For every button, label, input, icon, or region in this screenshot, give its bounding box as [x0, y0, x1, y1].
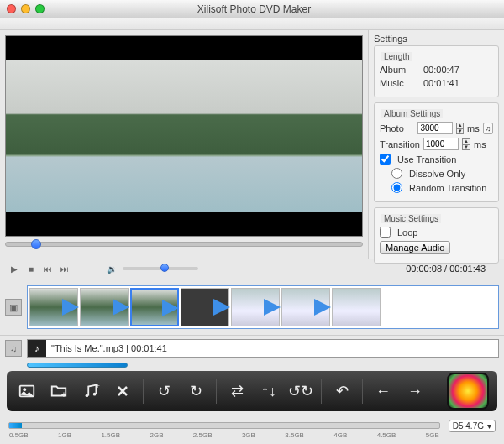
- burn-button[interactable]: [447, 373, 489, 410]
- disc-type-label: D5 4.7G: [453, 421, 484, 431]
- transition-icon: [62, 299, 79, 316]
- music-length-value: 00:01:41: [423, 78, 459, 88]
- photo-unit: ms: [467, 123, 480, 133]
- transition-icon: [264, 299, 281, 316]
- dissolve-only-label: Dissolve Only: [409, 169, 465, 179]
- shuffle-button[interactable]: ⇄: [225, 379, 249, 403]
- length-group-title: Length: [381, 52, 412, 61]
- next-button[interactable]: ⏭: [59, 263, 71, 274]
- settings-heading: Settings: [374, 34, 499, 44]
- photos-tab-icon[interactable]: ▣: [5, 299, 22, 316]
- back-button[interactable]: ←: [371, 379, 395, 403]
- transition-duration-input[interactable]: [423, 138, 459, 150]
- svg-point-4: [93, 393, 97, 396]
- album-length-label: Album: [380, 65, 420, 75]
- photo-duration-input[interactable]: [417, 122, 453, 134]
- preview-image: [6, 60, 362, 212]
- random-transition-label: Random Transition: [409, 183, 486, 193]
- album-length-value: 00:00:47: [423, 65, 459, 75]
- window-title: Xilisoft Photo DVD Maker: [45, 3, 464, 15]
- sync-button[interactable]: ↺↻: [289, 379, 312, 403]
- svg-text:+: +: [61, 389, 66, 400]
- thumb-6[interactable]: [281, 288, 330, 326]
- menubar: [0, 18, 504, 30]
- loop-checkbox[interactable]: [380, 227, 391, 238]
- svg-point-3: [86, 394, 89, 398]
- album-settings-title: Album Settings: [381, 109, 443, 118]
- music-note-icon[interactable]: ♫: [483, 123, 493, 134]
- disc-type-select[interactable]: D5 4.7G ▾: [449, 420, 496, 432]
- undo-button[interactable]: ↶: [330, 379, 354, 403]
- manage-audio-button[interactable]: Manage Audio: [380, 241, 450, 254]
- sort-button[interactable]: ↑↓: [257, 379, 281, 403]
- photo-duration-label: Photo: [380, 123, 414, 133]
- music-length-label: Music: [380, 78, 420, 88]
- play-button[interactable]: ▶: [8, 263, 20, 274]
- audio-file-icon: ♪: [28, 340, 46, 357]
- transition-duration-label: Transition: [380, 139, 420, 149]
- thumb-1[interactable]: [29, 288, 78, 326]
- settings-panel: Settings Length Album 00:00:47 Music 00:…: [368, 30, 504, 259]
- photo-stepper[interactable]: ▲▼: [456, 123, 464, 134]
- maximize-icon[interactable]: [35, 4, 45, 13]
- minimize-icon[interactable]: [21, 4, 30, 13]
- thumb-2[interactable]: [80, 288, 129, 326]
- audio-clip-label: "This Is Me.".mp3 | 00:01:41: [51, 343, 167, 353]
- delete-button[interactable]: [111, 379, 134, 403]
- svg-point-1: [23, 388, 26, 391]
- thumb-3[interactable]: [130, 288, 179, 326]
- svg-text:+: +: [96, 382, 100, 390]
- transition-icon: [213, 299, 230, 316]
- thumbnail-strip[interactable]: [27, 285, 499, 329]
- disk-ticks: 0.5GB1GB1.5GB2GB2.5GB3GB3.5GB4GB4.5GB5GB: [9, 431, 439, 439]
- loop-label: Loop: [397, 227, 417, 238]
- transition-icon: [113, 299, 129, 316]
- seek-slider[interactable]: [5, 242, 363, 247]
- transition-stepper[interactable]: ▲▼: [462, 138, 470, 150]
- audio-tab-icon[interactable]: ♫: [5, 340, 22, 357]
- add-music-button[interactable]: +: [79, 379, 102, 403]
- forward-button[interactable]: →: [403, 379, 427, 403]
- add-folder-button[interactable]: +: [47, 379, 71, 403]
- disk-usage-bar: 0.5GB1GB1.5GB2GB2.5GB3GB3.5GB4GB4.5GB5GB: [8, 422, 440, 429]
- chevron-down-icon: ▾: [487, 421, 491, 431]
- preview-viewport: [5, 35, 363, 237]
- add-image-button[interactable]: [15, 379, 39, 403]
- mute-icon[interactable]: 🔉: [106, 263, 118, 274]
- window-controls: [7, 4, 45, 13]
- use-transition-label: Use Transition: [397, 154, 456, 165]
- volume-slider[interactable]: [123, 267, 198, 270]
- thumb-4[interactable]: [181, 288, 229, 326]
- thumb-7[interactable]: [332, 288, 381, 326]
- thumb-5[interactable]: [231, 288, 280, 326]
- transition-icon: [162, 300, 179, 316]
- transition-unit: ms: [474, 139, 486, 149]
- transition-icon: [314, 299, 331, 316]
- dissolve-only-radio[interactable]: [391, 168, 402, 179]
- main-toolbar: + + ↺ ↻ ⇄ ↑↓ ↺↻ ↶ ← →: [7, 371, 497, 411]
- stop-button[interactable]: ■: [25, 263, 37, 274]
- random-transition-radio[interactable]: [391, 182, 402, 193]
- music-settings-title: Music Settings: [381, 214, 441, 223]
- timecode: 00:00:08 / 00:01:43: [406, 264, 496, 274]
- audio-progress: [27, 363, 128, 368]
- use-transition-checkbox[interactable]: [380, 154, 391, 165]
- prev-button[interactable]: ⏮: [42, 263, 54, 274]
- audio-clip[interactable]: ♪ "This Is Me.".mp3 | 00:01:41: [27, 339, 499, 358]
- close-icon[interactable]: [7, 4, 16, 13]
- rotate-left-button[interactable]: ↺: [152, 379, 176, 403]
- rotate-right-button[interactable]: ↻: [184, 379, 207, 403]
- titlebar: Xilisoft Photo DVD Maker: [0, 0, 504, 18]
